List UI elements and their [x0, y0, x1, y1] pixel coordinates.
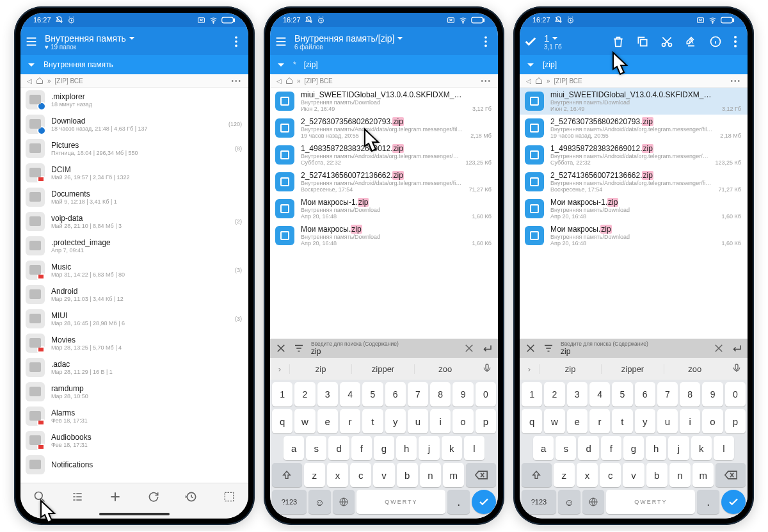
crumb-label[interactable]: [ZIP] ВСЕ	[305, 77, 333, 85]
list-item[interactable]: Download18 часов назад, 21:48 | 4,63 Гб …	[20, 112, 248, 136]
suggestion[interactable]: zipper	[351, 364, 413, 374]
file-list[interactable]: .mixplorer18 минут назадDownload18 часов…	[20, 88, 248, 483]
shift-key[interactable]	[272, 463, 302, 487]
key[interactable]: 9	[452, 382, 473, 407]
view-icon[interactable]	[71, 490, 84, 503]
key[interactable]: 5	[612, 382, 632, 407]
tab-label[interactable]: Внутренняя память	[44, 60, 113, 69]
close-icon[interactable]	[275, 343, 287, 354]
key[interactable]: x	[577, 463, 598, 487]
lang-key[interactable]	[333, 490, 355, 514]
key[interactable]: p	[476, 409, 496, 433]
go-key[interactable]	[472, 490, 496, 514]
emoji-key[interactable]: ☺	[308, 490, 331, 514]
key[interactable]: b	[397, 463, 418, 487]
key[interactable]: k	[442, 436, 462, 460]
list-item[interactable]: 2_5276307356802620793.zipВнутренняя памя…	[270, 115, 498, 141]
list-item[interactable]: .protected_imageАпр 7, 09:41	[20, 234, 248, 258]
list-item[interactable]: .adacМар 28, 11:29 | 16 Б | 1	[20, 355, 248, 380]
key[interactable]: 9	[702, 382, 723, 407]
clear-icon[interactable]	[463, 343, 475, 354]
key[interactable]: 3	[567, 382, 588, 407]
symbols-key[interactable]: ?123	[522, 490, 556, 514]
key[interactable]: s	[556, 436, 576, 460]
key[interactable]: t	[612, 409, 632, 433]
crumb-label[interactable]: [ZIP] ВСЕ	[554, 77, 582, 85]
chevron-down-icon[interactable]	[276, 60, 285, 69]
key[interactable]: e	[317, 409, 338, 433]
suggestion[interactable]: zip	[539, 364, 601, 374]
key[interactable]: q	[522, 409, 542, 433]
list-item[interactable]: miui_SWEETIDGlobal_V13.0.4.0.SKFIDXM_9c9…	[270, 88, 498, 115]
list-item[interactable]: MusicМар 31, 14:22 | 6,83 Мб | 80(3)	[20, 258, 248, 282]
list-item[interactable]: DCIMМай 26, 19:57 | 2,34 Гб | 1322	[20, 161, 248, 185]
key[interactable]: 0	[725, 382, 746, 407]
key[interactable]: o	[702, 409, 723, 433]
delete-icon[interactable]	[612, 35, 625, 48]
add-icon[interactable]	[109, 490, 122, 503]
key[interactable]: 3	[317, 382, 338, 407]
filter-icon[interactable]	[293, 343, 305, 354]
list-item[interactable]: Мои макросы-1.zipВнутренняя память/Downl…	[520, 195, 748, 222]
key[interactable]: v	[373, 463, 394, 487]
list-item[interactable]: AndroidМар 29, 11:03 | 3,44 Кб | 12	[20, 282, 248, 307]
key[interactable]: 7	[657, 382, 678, 407]
home-icon[interactable]	[285, 77, 293, 85]
key[interactable]: 0	[476, 382, 496, 407]
key[interactable]: 7	[408, 382, 428, 407]
info-icon[interactable]	[709, 35, 722, 48]
refresh-icon[interactable]	[147, 490, 160, 503]
suggestion[interactable]: zipper	[601, 364, 663, 374]
crumb-more-icon[interactable]: •••	[231, 77, 242, 85]
period-key[interactable]: .	[447, 490, 470, 514]
list-item[interactable]: 1_4983587283832669012.zipВнутренняя памя…	[270, 141, 498, 168]
enter-icon[interactable]	[481, 343, 493, 354]
key[interactable]: 2	[544, 382, 564, 407]
key[interactable]: 8	[430, 382, 451, 407]
key[interactable]: n	[669, 463, 691, 487]
search-input[interactable]: Введите для поиска (Содержание) zip	[561, 341, 707, 356]
list-item[interactable]: AudiobooksФев 18, 17:31	[20, 428, 248, 453]
key[interactable]: w	[544, 409, 564, 433]
mic-icon[interactable]	[476, 363, 498, 375]
list-item[interactable]: 1_4983587283832669012.zipВнутренняя памя…	[520, 141, 748, 168]
key[interactable]: u	[408, 409, 428, 433]
key[interactable]: p	[725, 409, 746, 433]
crumb-more-icon[interactable]: •••	[730, 77, 741, 85]
emoji-key[interactable]: ☺	[558, 490, 580, 514]
space-key[interactable]: QWERTY	[606, 490, 695, 514]
key[interactable]: l	[464, 436, 484, 460]
expand-suggest-icon[interactable]: ›	[520, 364, 539, 374]
key[interactable]: i	[430, 409, 451, 433]
backspace-key[interactable]	[716, 463, 746, 487]
list-item[interactable]: Мои макросы.zipВнутренняя память/Downloa…	[520, 222, 748, 249]
shift-key[interactable]	[522, 463, 552, 487]
key[interactable]: t	[362, 409, 383, 433]
key[interactable]: r	[589, 409, 610, 433]
list-item[interactable]: MoviesМар 28, 13:25 | 5,70 Мб | 4	[20, 331, 248, 355]
back-crumb-icon[interactable]: ◁	[526, 77, 531, 85]
keyboard[interactable]: 1234567890qwertyuiopasdfghjklzxcvbnm?123…	[520, 380, 748, 519]
rename-icon[interactable]: A	[685, 35, 698, 48]
list-item[interactable]: DocumentsМай 9, 12:18 | 3,41 Кб | 1	[20, 185, 248, 209]
select-icon[interactable]	[223, 490, 236, 503]
key[interactable]: 2	[294, 382, 315, 407]
home-icon[interactable]	[535, 77, 543, 85]
key[interactable]: h	[396, 436, 417, 460]
cut-icon[interactable]	[660, 35, 673, 48]
list-item[interactable]: MIUIМар 28, 16:45 | 28,98 Мб | 6(3)	[20, 307, 248, 331]
history-icon[interactable]	[185, 490, 198, 503]
key[interactable]: f	[351, 436, 372, 460]
home-icon[interactable]	[36, 77, 44, 85]
key[interactable]: y	[635, 409, 655, 433]
key[interactable]: i	[680, 409, 700, 433]
key[interactable]: 4	[340, 382, 360, 407]
key[interactable]: u	[657, 409, 678, 433]
list-item[interactable]: 2_5276307356802620793.zipВнутренняя памя…	[520, 115, 748, 141]
key[interactable]: j	[419, 436, 439, 460]
filter-icon[interactable]	[543, 343, 554, 354]
more-icon[interactable]	[733, 35, 737, 48]
list-item[interactable]: Мои макросы.zipВнутренняя память/Downloa…	[270, 222, 498, 249]
key[interactable]: c	[350, 463, 371, 487]
suggestion[interactable]: zoo	[414, 364, 476, 374]
